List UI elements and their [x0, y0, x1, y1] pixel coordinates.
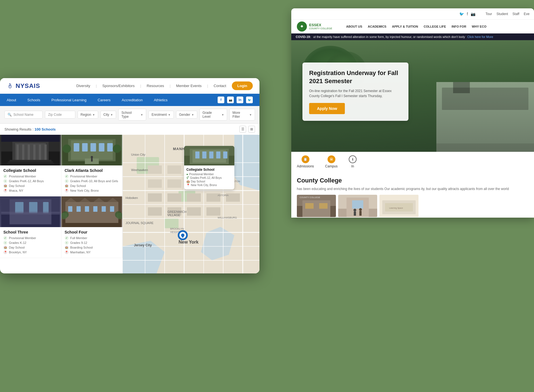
essex-in-nav[interactable]: ℹ In: [349, 155, 357, 168]
gender-chevron-icon: ▼: [191, 113, 194, 116]
facebook-nav-icon[interactable]: f: [218, 97, 224, 103]
popup-type-icon: 🏫: [186, 180, 190, 183]
svg-rect-55: [43, 202, 49, 213]
school-card-1[interactable]: Collegiate School ✓ Provisional Member ♀…: [0, 135, 61, 196]
svg-rect-15: [359, 211, 362, 216]
svg-rect-65: [76, 206, 81, 212]
svg-point-48: [91, 156, 93, 158]
school-2-name: Clark Atlanta School: [65, 168, 119, 173]
svg-text:JOURNAL SQUARE: JOURNAL SQUARE: [126, 221, 153, 225]
svg-rect-136: [202, 151, 206, 158]
svg-text:GREENWICH: GREENWICH: [167, 210, 187, 213]
professional-learning-nav-item[interactable]: Professional Learning: [51, 98, 86, 102]
linkedin-nav-icon[interactable]: in: [237, 97, 243, 103]
eve-link[interactable]: Eve: [524, 12, 530, 16]
about-nav-item[interactable]: About: [7, 98, 16, 102]
svg-rect-69: [110, 206, 114, 212]
svg-rect-135: [195, 151, 199, 158]
map-popup-image: [184, 146, 234, 165]
svg-point-12: [353, 209, 356, 211]
svg-rect-6: [319, 203, 328, 209]
schools-nav-item[interactable]: Schools: [27, 98, 40, 102]
nysais-blue-nav: About Schools Professional Learning Care…: [0, 94, 259, 106]
nysais-map[interactable]: Union City Weehawken MANHATTAN HELL'S KI…: [123, 135, 259, 273]
accreditation-nav-item[interactable]: Accreditation: [122, 98, 143, 102]
tour-link[interactable]: Tour: [485, 12, 492, 16]
svg-rect-5: [305, 203, 314, 209]
svg-rect-139: [223, 151, 227, 158]
grid-view-icon[interactable]: ⊞: [248, 126, 255, 133]
zip-code-placeholder: Zip Code: [48, 113, 62, 117]
essex-college-life-link[interactable]: COLLEGE LIFE: [424, 25, 446, 28]
grade-level-filter[interactable]: Grade Level ▼: [199, 109, 227, 121]
svg-rect-29: [39, 145, 41, 160]
member-events-link[interactable]: Member Events: [176, 84, 201, 88]
city-filter[interactable]: City ▼: [100, 111, 116, 119]
essex-admissions-nav[interactable]: 📋 Admissions: [297, 155, 314, 168]
essex-apply-link[interactable]: APPLY & TUITION: [392, 25, 418, 28]
popup-member-icon: ●: [186, 173, 188, 176]
login-button[interactable]: Login: [232, 81, 253, 90]
svg-rect-102: [187, 193, 201, 202]
map-pin-blue: [178, 230, 188, 240]
zip-code-search[interactable]: Zip Code: [45, 111, 75, 119]
essex-apply-button[interactable]: Apply Now: [309, 103, 345, 114]
school-name-search[interactable]: 🔍 School Name: [4, 111, 43, 119]
popup-location-icon: 📍: [186, 184, 190, 187]
svg-rect-26: [22, 145, 24, 160]
region-chevron-icon: ▼: [92, 113, 95, 116]
school-1-name: Collegiate School: [3, 168, 58, 173]
svg-rect-56: [1, 212, 60, 215]
resources-link[interactable]: Resources: [147, 84, 164, 88]
school-card-2[interactable]: Clark Atlanta School ✓ Provisional Membe…: [61, 135, 123, 196]
member-icon-4: ✓: [65, 236, 69, 240]
svg-point-1: [301, 26, 303, 27]
school-card-4[interactable]: School Four ✓ Full Member ♀ Grades 9-12 …: [61, 196, 123, 258]
map-popup-member: ● Provisional Member: [186, 173, 232, 176]
map-popup[interactable]: Collegiate School ● Provisional Member ⚥…: [184, 146, 234, 189]
school-card-3[interactable]: School Three ✓ Provisional Member ♀ Grad…: [0, 196, 61, 258]
svg-rect-107: [187, 207, 201, 216]
essex-info-link[interactable]: INFO FOR: [452, 25, 466, 28]
essex-logo-icon: [297, 21, 307, 32]
essex-covid-bar: COVID-19: ut the majority have suffered …: [291, 33, 534, 40]
twitter-nav-icon[interactable]: 🐦: [246, 97, 253, 103]
school-type-icon: 🏫: [3, 184, 7, 188]
more-filter-chevron-icon: ▼: [249, 113, 252, 116]
list-view-icon[interactable]: ☰: [239, 126, 246, 133]
instagram-nav-icon[interactable]: 📷: [227, 97, 234, 103]
svg-rect-108: [206, 207, 220, 216]
enrolment-filter[interactable]: Enrolment ▼: [148, 111, 174, 119]
more-filter[interactable]: More Filter ▼: [229, 109, 255, 121]
school-3-type: 🏫 Day School: [3, 246, 58, 249]
region-filter[interactable]: Region ▼: [78, 111, 98, 119]
diversity-link[interactable]: Diversity: [76, 84, 90, 88]
careers-nav-item[interactable]: Careers: [98, 98, 110, 102]
nysais-logo: 🕯 NYSAIS: [7, 82, 40, 90]
svg-rect-67: [93, 206, 97, 212]
gender-filter[interactable]: Gender ▼: [176, 111, 197, 119]
school-2-info: Clark Atlanta School ✓ Provisional Membe…: [61, 165, 122, 196]
svg-rect-53: [15, 202, 23, 213]
nysais-school-list: Collegiate School ✓ Provisional Member ♀…: [0, 135, 123, 273]
essex-nav: ESSEX COUNTY COLLEGE ABOUT US ACADEMICS …: [291, 20, 534, 33]
nysais-logo-text: NYSAIS: [16, 82, 40, 90]
essex-academics-link[interactable]: ACADEMICS: [368, 25, 386, 28]
essex-campus-nav[interactable]: 🏛 Campus: [325, 155, 338, 168]
school-type-filter[interactable]: School Type ▼: [118, 109, 146, 121]
student-link[interactable]: Student: [496, 12, 508, 16]
essex-registration-card: Registration Underway for Fall 2021 Seme…: [302, 62, 408, 121]
essex-why-link[interactable]: WHY ECO: [472, 25, 486, 28]
grade-level-chevron-icon: ▼: [221, 113, 224, 116]
staff-link[interactable]: Staff: [513, 12, 519, 16]
essex-about-link[interactable]: ABOUT US: [346, 25, 362, 28]
sponsors-link[interactable]: Sponsors/Exhibitors: [102, 84, 135, 88]
twitter-icon: 🐦: [459, 12, 464, 16]
contact-link[interactable]: Contact: [214, 84, 226, 88]
results-count-link[interactable]: 100 Schools: [35, 127, 56, 131]
athletics-nav-item[interactable]: Athletics: [154, 98, 167, 102]
covid-more-link[interactable]: Click here for More: [467, 35, 493, 39]
member-icon-2: ✓: [65, 174, 69, 178]
school-3-info: School Three ✓ Provisional Member ♀ Grad…: [0, 227, 61, 258]
school-card-3-image: [0, 196, 61, 227]
